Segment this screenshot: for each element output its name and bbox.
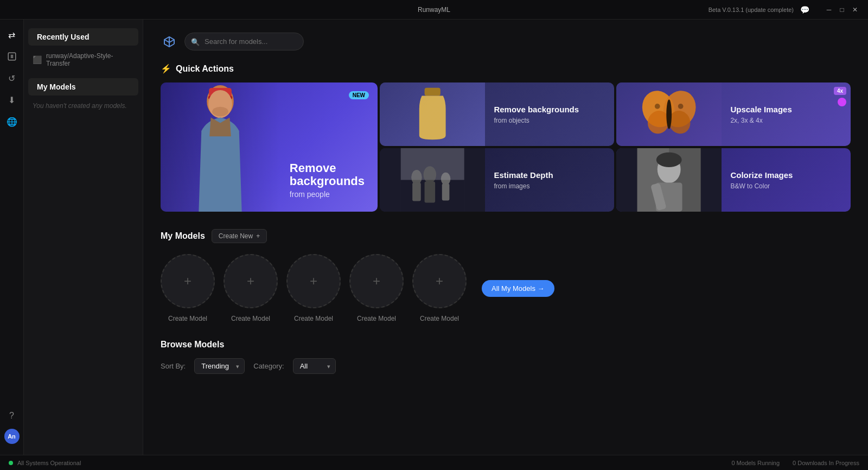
qa-depth-title: Estimate Depth [494,170,605,180]
recently-used-header[interactable]: Recently Used [28,28,138,46]
maximize-button[interactable]: □ [838,5,846,14]
qa-colorize-subtitle: B&W to Color [730,182,842,190]
sort-by-select[interactable]: Trending Newest Popular [194,358,245,374]
qa-upscale-title: Upscale Images [730,105,842,115]
qa-objects-subtitle: from objects [494,117,605,124]
statusbar-right: 0 Models Running 0 Downloads In Progress [731,460,859,466]
recent-item-adaptive-style[interactable]: ⬛ runway/Adaptive-Style-Transfer [24,48,143,72]
qa-objects-content: Remove backgrounds from objects [485,82,614,146]
search-icon: 🔍 [191,37,200,46]
sidebar-icon-help[interactable]: ? [3,407,21,424]
colorize-image [616,148,722,212]
qa-depth-subtitle: from images [494,182,605,190]
recent-item-label: runway/Adaptive-Style-Transfer [46,52,134,67]
svg-rect-18 [412,182,421,201]
quick-actions-title: ⚡ Quick Actions [161,63,851,74]
qa-card-remove-bg-people[interactable]: Removebackgrounds from people NEW [161,82,378,212]
status-text: All Systems Operational [17,460,81,466]
svg-rect-7 [425,88,441,96]
quick-actions-grid: Removebackgrounds from people NEW [161,82,851,212]
qa-upscale-content: Upscale Images 2x, 3x & 4x [722,82,851,146]
all-my-models-button[interactable]: All My Models → [482,280,554,297]
status-bar: All Systems Operational 0 Models Running… [0,455,868,470]
model-circle-5[interactable]: + [412,254,467,308]
sidebar-icon-home[interactable]: ⇄ [3,26,21,43]
main-content: 🔍 ⚡ Quick Actions [143,20,868,455]
window-controls: ─ □ ✕ [825,5,859,14]
model-label-3: Create Model [294,315,333,322]
models-grid: + Create Model + Create Model + Create M… [161,254,851,322]
model-label-1: Create Model [168,315,207,322]
butterfly-image [616,82,722,146]
no-models-text: You haven't created any models. [24,98,143,114]
qa-colorize-title: Colorize Images [730,170,842,180]
qa-card-upscale[interactable]: Upscale Images 2x, 3x & 4x 4x [616,82,851,146]
qa-card-remove-bg-objects[interactable]: Remove backgrounds from objects [380,82,614,146]
app-title: RunwayML [418,6,450,14]
sidebar-panel: Recently Used ⬛ runway/Adaptive-Style-Tr… [24,20,143,455]
sidebar-icon-models[interactable] [3,48,21,65]
bottle-image [380,82,485,146]
qa-card-colorize[interactable]: Colorize Images B&W to Color [616,148,851,212]
qa-main-title: Removebackgrounds [290,162,365,188]
svg-point-13 [655,104,660,109]
app-body: ⇄ ↺ ⬇ 🌐 ? An Recently Used ⬛ runway/Adap… [0,20,868,455]
downloads-status: 0 Downloads In Progress [793,460,859,466]
sidebar-bottom: ? An [3,407,21,448]
new-badge: NEW [349,91,369,99]
browse-controls: Sort By: Trending Newest Popular Categor… [161,358,851,374]
qa-card-depth[interactable]: Estimate Depth from images [380,148,614,212]
browse-models-title: Browse Models [161,340,851,350]
create-new-label: Create New [219,232,253,240]
sort-by-wrap: Trending Newest Popular [194,358,245,374]
create-new-button[interactable]: Create New + [212,229,267,243]
qa-card-main-text: Removebackgrounds from people [290,162,365,199]
qa-colorize-content: Colorize Images B&W to Color [722,148,851,212]
category-label: Category: [253,362,284,370]
svg-point-27 [656,153,682,167]
titlebar: RunwayML Beta V.0.13.1 (update complete)… [0,0,868,20]
user-avatar[interactable]: An [4,429,20,444]
person-image [161,82,280,212]
model-circle-4[interactable]: + [349,254,404,308]
qa-depth-content: Estimate Depth from images [485,148,614,212]
sidebar-icons: ⇄ ↺ ⬇ 🌐 ? An [0,20,24,455]
model-circle-3[interactable]: + [286,254,341,308]
model-label-5: Create Model [420,315,459,322]
beta-info: Beta V.0.13.1 (update complete) [709,7,794,13]
sidebar-icon-globe[interactable]: 🌐 [3,113,21,130]
quick-actions-label: Quick Actions [176,64,234,74]
sort-by-label: Sort By: [161,362,186,370]
search-input-wrap: 🔍 [184,33,304,50]
model-card-2[interactable]: + Create Model [224,254,278,322]
status-dot [9,461,13,465]
lightning-icon: ⚡ [161,63,171,74]
model-label-4: Create Model [357,315,396,322]
sidebar-icon-recycle[interactable]: ↺ [3,69,21,87]
model-label-2: Create Model [231,315,270,322]
qa-main-subtitle: from people [290,190,365,199]
svg-rect-20 [425,181,436,202]
model-card-1[interactable]: + Create Model [161,254,215,322]
model-card-5[interactable]: + Create Model [412,254,467,322]
depth-image [380,148,485,212]
model-card-3[interactable]: + Create Model [286,254,341,322]
svg-point-14 [678,104,684,109]
my-models-header[interactable]: My Models [28,78,138,96]
svg-point-12 [666,99,672,129]
message-icon[interactable]: 💬 [800,5,809,14]
sidebar-icon-download[interactable]: ⬇ [3,91,21,109]
qa-objects-title: Remove backgrounds [494,105,605,115]
model-circle-1[interactable]: + [161,254,215,308]
category-select[interactable]: All Image Video Audio Text [293,358,336,374]
model-icon: ⬛ [33,55,42,64]
svg-point-6 [212,107,228,117]
minimize-button[interactable]: ─ [825,5,833,14]
cube-icon [161,33,178,50]
search-input[interactable] [184,33,304,50]
close-button[interactable]: ✕ [851,5,859,14]
search-bar: 🔍 [161,33,851,50]
model-circle-2[interactable]: + [224,254,278,308]
qa-upscale-subtitle: 2x, 3x & 4x [730,117,842,124]
model-card-4[interactable]: + Create Model [349,254,404,322]
